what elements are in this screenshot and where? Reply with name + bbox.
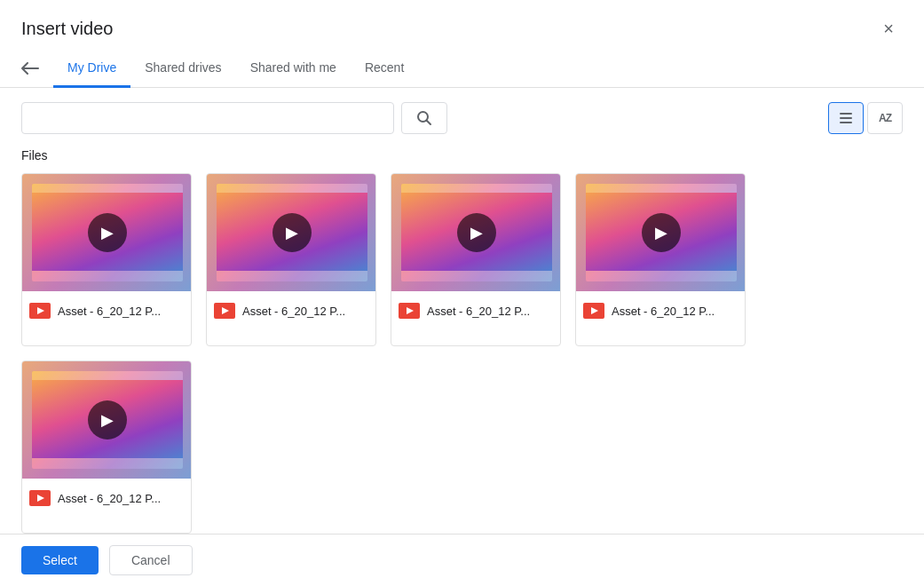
list-icon <box>840 113 852 123</box>
file-card[interactable]: ▶ Asset - 6_20_12 P... <box>575 173 746 346</box>
search-row: AZ <box>0 88 924 148</box>
video-icon <box>29 490 51 506</box>
file-thumbnail: ▶ <box>576 174 746 291</box>
tab-my-drive[interactable]: My Drive <box>53 50 130 88</box>
tabs-row: My Drive Shared drives Shared with me Re… <box>0 43 924 88</box>
insert-video-dialog: Insert video × My Drive Shared drives Sh… <box>0 0 924 586</box>
file-name: Asset - 6_20_12 P... <box>427 305 530 318</box>
video-file-icon <box>583 300 604 321</box>
select-button[interactable]: Select <box>21 546 99 574</box>
file-name: Asset - 6_20_12 P... <box>58 492 161 505</box>
file-info: Asset - 6_20_12 P... <box>391 291 560 330</box>
video-icon <box>399 303 420 319</box>
file-thumbnail: ▶ <box>207 174 376 291</box>
search-button[interactable] <box>401 102 447 134</box>
files-grid: ▶ Asset - 6_20_12 P... ▶ <box>0 173 924 534</box>
play-icon: ▶ <box>457 213 496 252</box>
file-info: Asset - 6_20_12 P... <box>207 291 375 330</box>
video-file-icon <box>29 487 51 509</box>
sort-button[interactable]: AZ <box>867 102 903 134</box>
cancel-button[interactable]: Cancel <box>109 545 193 575</box>
dialog-title: Insert video <box>21 19 113 39</box>
view-controls: AZ <box>828 102 903 134</box>
file-thumbnail: ▶ <box>391 174 561 291</box>
video-file-icon <box>399 300 420 321</box>
tab-recent[interactable]: Recent <box>351 50 418 88</box>
video-icon <box>214 303 235 319</box>
list-view-button[interactable] <box>828 102 864 134</box>
file-name: Asset - 6_20_12 P... <box>612 305 715 318</box>
play-icon: ▶ <box>272 213 312 252</box>
search-input[interactable] <box>21 102 394 134</box>
file-info: Asset - 6_20_12 P... <box>22 479 191 518</box>
file-thumbnail: ▶ <box>22 174 192 291</box>
file-card[interactable]: ▶ Asset - 6_20_12 P... <box>206 173 376 346</box>
file-thumbnail: ▶ <box>22 361 192 479</box>
video-file-icon <box>29 300 51 321</box>
file-info: Asset - 6_20_12 P... <box>22 291 191 330</box>
play-icon: ▶ <box>642 213 681 252</box>
play-icon: ▶ <box>88 400 127 440</box>
video-icon <box>583 303 604 319</box>
tab-shared-with-me[interactable]: Shared with me <box>236 50 351 88</box>
back-button[interactable] <box>21 59 46 78</box>
file-card[interactable]: ▶ Asset - 6_20_12 P... <box>391 173 561 346</box>
files-label: Files <box>0 148 924 173</box>
file-name: Asset - 6_20_12 P... <box>242 305 345 318</box>
close-button[interactable]: × <box>874 14 903 43</box>
video-file-icon <box>214 300 235 321</box>
file-card[interactable]: ▶ Asset - 6_20_12 P... <box>21 173 192 346</box>
dialog-footer: Select Cancel <box>0 534 924 586</box>
video-icon <box>29 303 51 319</box>
play-icon: ▶ <box>88 213 127 252</box>
file-info: Asset - 6_20_12 P... <box>576 291 745 330</box>
az-icon: AZ <box>879 112 891 124</box>
file-name: Asset - 6_20_12 P... <box>58 305 161 318</box>
dialog-header: Insert video × <box>0 0 924 43</box>
file-card[interactable]: ▶ Asset - 6_20_12 P... <box>21 360 192 534</box>
tab-shared-drives[interactable]: Shared drives <box>130 50 235 88</box>
